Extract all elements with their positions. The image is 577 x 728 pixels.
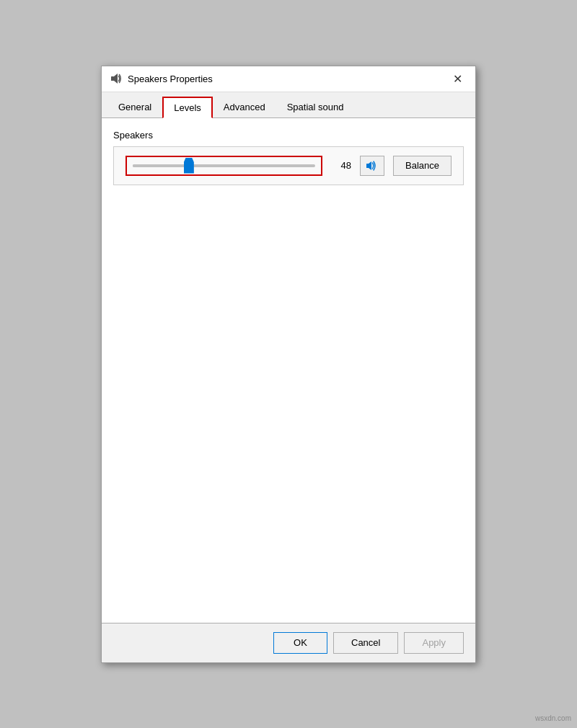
cancel-button[interactable]: Cancel (333, 632, 398, 654)
balance-button[interactable]: Balance (393, 156, 452, 176)
title-bar-left: Speakers Properties (110, 73, 213, 84)
slider-thumb[interactable] (184, 158, 194, 174)
mute-button[interactable] (360, 156, 384, 176)
ok-button[interactable]: OK (273, 632, 327, 654)
content-area: Speakers 48 Balance (102, 118, 475, 623)
slider-fill (133, 164, 188, 167)
speaker-icon (110, 73, 122, 84)
tab-bar: General Levels Advanced Spatial sound (102, 92, 475, 118)
watermark: wsxdn.com (535, 714, 571, 722)
volume-value: 48 (331, 160, 351, 171)
svg-rect-2 (366, 164, 369, 168)
tab-levels[interactable]: Levels (162, 97, 213, 118)
dialog-title: Speakers Properties (128, 74, 213, 84)
apply-button[interactable]: Apply (404, 632, 464, 654)
speakers-section-label: Speakers (113, 130, 464, 141)
speakers-level-row: 48 Balance (113, 146, 464, 185)
tab-spatial-sound[interactable]: Spatial sound (276, 97, 355, 118)
volume-slider-container[interactable] (125, 156, 322, 176)
svg-marker-1 (114, 74, 118, 84)
speakers-properties-dialog: Speakers Properties ✕ General Levels Adv… (101, 66, 476, 663)
dialog-footer: OK Cancel Apply (102, 623, 475, 662)
title-bar: Speakers Properties ✕ (102, 66, 475, 92)
tab-general[interactable]: General (107, 97, 162, 118)
tab-advanced[interactable]: Advanced (213, 97, 276, 118)
close-button[interactable]: ✕ (448, 69, 467, 88)
svg-marker-3 (369, 161, 371, 170)
svg-rect-0 (111, 76, 114, 81)
volume-slider-track[interactable] (133, 164, 315, 167)
